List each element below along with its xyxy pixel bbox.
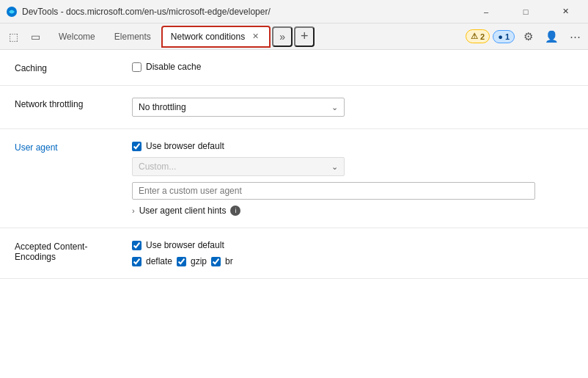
tab-elements[interactable]: Elements (106, 26, 160, 48)
network-throttling-section: Network throttling No throttling Fast 3G… (0, 86, 588, 129)
tab-elements-label: Elements (114, 32, 151, 42)
tab-network-conditions-label: Network conditions (171, 32, 245, 42)
use-browser-default-checkbox[interactable] (132, 142, 142, 151)
tab-bar: ⬚ ▭ Welcome Elements Network conditions … (0, 23, 588, 50)
more-options-button[interactable]: ⋯ (565, 26, 585, 47)
info-icon[interactable]: i (230, 206, 240, 216)
br-label[interactable]: br (225, 256, 233, 266)
inspect-icon[interactable]: ⬚ (3, 26, 23, 47)
tab-right-icons: ⚠ 2 ● 1 ⚙ 👤 ⋯ (466, 26, 585, 47)
info-text: i (235, 207, 236, 214)
warning-count: 2 (480, 32, 485, 41)
tab-welcome-label: Welcome (59, 32, 95, 42)
disable-cache-label[interactable]: Disable cache (146, 62, 201, 72)
more-tabs-button[interactable]: » (272, 26, 293, 47)
tab-network-conditions[interactable]: Network conditions ✕ (161, 26, 271, 48)
caching-content: Disable cache (132, 62, 573, 72)
info-count: 1 (505, 32, 510, 41)
tab-close-icon[interactable]: ✕ (249, 31, 261, 43)
gzip-checkbox[interactable] (177, 257, 186, 266)
warning-badge[interactable]: ⚠ 2 (466, 29, 490, 43)
window-controls: – □ ✕ (469, 0, 582, 23)
deflate-checkbox[interactable] (132, 257, 142, 266)
network-throttling-content: No throttling Fast 3G Slow 3G Custom... … (132, 98, 573, 117)
device-icon[interactable]: ▭ (25, 26, 45, 47)
info-icon: ● (498, 32, 503, 41)
profile-button[interactable]: 👤 (541, 26, 562, 47)
encodings-browser-default-label[interactable]: Use browser default (146, 240, 224, 250)
encodings-browser-default-checkbox[interactable] (132, 241, 142, 250)
gzip-label[interactable]: gzip (191, 256, 207, 266)
disable-cache-checkbox[interactable] (132, 62, 142, 72)
use-browser-default-row: Use browser default (132, 141, 573, 151)
encoding-options-row: deflate gzip br (132, 256, 573, 266)
throttling-dropdown[interactable]: No throttling Fast 3G Slow 3G Custom... … (132, 98, 345, 117)
chevron-right-icon: › (132, 206, 135, 215)
custom-user-agent-input[interactable] (132, 182, 535, 200)
custom-agent-dropdown[interactable]: Custom... ⌄ (132, 157, 345, 176)
encodings-browser-default-row: Use browser default (132, 240, 573, 250)
user-agent-section: User agent Use browser default Custom...… (0, 129, 588, 228)
disable-cache-row: Disable cache (132, 62, 573, 72)
window-title: DevTools - docs.microsoft.com/en-us/micr… (22, 7, 469, 17)
network-throttling-label: Network throttling (15, 98, 117, 109)
settings-button[interactable]: ⚙ (518, 26, 538, 47)
close-button[interactable]: ✕ (548, 0, 582, 23)
user-agent-content: Use browser default Custom... ⌄ › User a… (132, 141, 573, 216)
client-hints-expand[interactable]: › User agent client hints i (132, 206, 573, 216)
accepted-encodings-section: Accepted Content-Encodings Use browser d… (0, 228, 588, 279)
client-hints-label: User agent client hints (139, 206, 227, 216)
caching-section: Caching Disable cache (0, 50, 588, 86)
custom-agent-select[interactable]: Custom... (139, 161, 338, 172)
browser-icon (6, 6, 18, 18)
accepted-encodings-content: Use browser default deflate gzip br (132, 240, 573, 266)
user-agent-label: User agent (15, 141, 117, 153)
maximize-button[interactable]: □ (509, 0, 543, 23)
title-bar: DevTools - docs.microsoft.com/en-us/micr… (0, 0, 588, 23)
warning-icon: ⚠ (471, 32, 478, 41)
main-content: Caching Disable cache Network throttling… (0, 50, 588, 378)
throttling-select[interactable]: No throttling Fast 3G Slow 3G Custom... (139, 102, 338, 112)
add-tab-button[interactable]: + (294, 26, 315, 47)
minimize-button[interactable]: – (469, 0, 503, 23)
deflate-label[interactable]: deflate (146, 256, 172, 266)
tab-welcome[interactable]: Welcome (50, 26, 104, 48)
panel-icons: ⬚ ▭ (3, 26, 45, 47)
br-checkbox[interactable] (211, 257, 221, 266)
accepted-encodings-label: Accepted Content-Encodings (15, 240, 117, 262)
caching-label: Caching (15, 62, 117, 73)
info-badge[interactable]: ● 1 (493, 30, 515, 43)
use-browser-default-label[interactable]: Use browser default (146, 141, 224, 151)
